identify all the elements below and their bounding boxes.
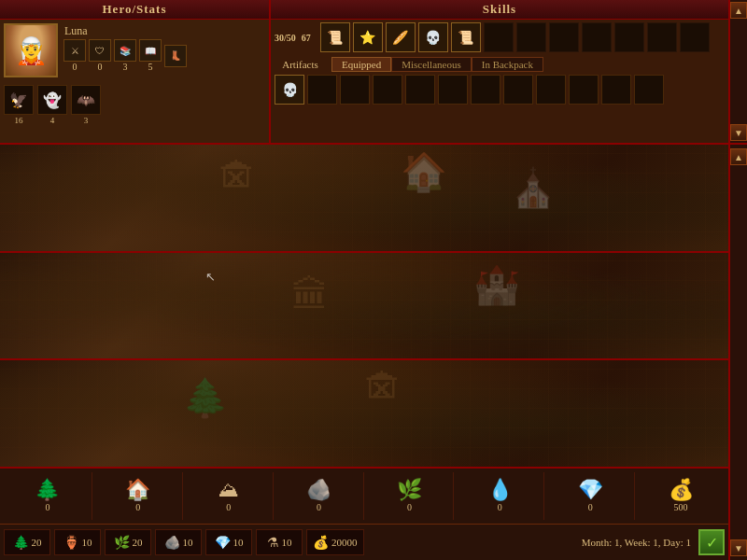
scroll-down-map[interactable]: ▼ [730,539,747,556]
status-gem-icon: ⚗ [267,535,279,551]
map-row-1[interactable]: 🏚 🏠 ⛪ [0,145,728,253]
move-icon: 👢 [164,45,187,67]
knowledge-stat: 📖 5 [139,39,162,72]
artifact-slot-10[interactable] [569,75,599,105]
map-row-2[interactable]: 🏛 🏰 ↖ [0,253,728,361]
artifact-slot-7[interactable] [471,75,500,105]
stat-icon-row: ⚔ 0 🛡 0 📚 3 📖 5 [62,39,265,72]
map-area: 🏚 🏠 ⛪ 🏛 🏰 ↖ 🌲 🏚 [0,145,728,467]
skill-extra-box: 67 [302,33,311,43]
troop-count-1: 16 [15,116,23,125]
resource-herbs: 🌿 0 [366,472,455,520]
skills-icons-area: 📜 ⭐ 🥖 💀 📜 [317,22,713,52]
troop-icon-2: 👻 [37,85,67,115]
scroll-up-map[interactable]: ▲ [730,148,747,165]
resource-rock: 🪨 0 [275,472,364,520]
defense-val: 0 [89,62,111,72]
skill-extra-val: 67 [302,33,311,43]
status-herbs: 🌿 20 [105,529,151,555]
skill-empty-7 [680,22,710,52]
skills-count-row: 30/50 67 📜 ⭐ 🥖 💀 📜 [271,20,728,53]
skill-empty-1 [484,22,514,52]
hero-face: 🧝 [6,25,56,76]
troop-slot-1[interactable]: 🦅 16 [4,85,34,125]
skill-slot-4[interactable]: 💀 [418,22,448,52]
hero-stats-area: Luna ⚔ 0 🛡 0 📚 3 [62,23,265,72]
artifact-slot-5[interactable] [405,75,435,105]
herbs-icon: 🌿 [397,480,422,500]
artifact-slot-2[interactable] [307,75,337,105]
resource-water: 💧 0 [456,472,544,520]
scroll-down-top[interactable]: ▼ [730,124,747,141]
artifacts-slots: 💀 [275,75,725,105]
date-display: Month: 1, Week: 1, Day: 1 [368,537,696,548]
troop-icon-3: 🦇 [71,85,101,115]
resource-house: 🏠 0 [94,472,183,520]
tab-miscellaneous[interactable]: Miscellaneous [391,57,472,72]
status-wood-icon: 🌲 [13,535,29,551]
bottom-section: 🌲 0 🏠 0 ⛰ 0 🪨 0 [0,467,728,560]
house-icon: 🏠 [125,480,150,500]
confirm-button[interactable]: ✓ [698,529,725,555]
rock-count: 0 [317,502,321,512]
tab-in-backpack[interactable]: In Backpack [472,57,543,72]
skill-empty-2 [516,22,546,52]
right-scrollbar-map: ▲ ▼ [728,145,747,560]
status-rock2: 🪨 10 [155,529,202,555]
left-content: 🏚 🏠 ⛪ 🏛 🏰 ↖ 🌲 🏚 [0,145,728,560]
main-container: Hero/Stats 🧝 Luna ⚔ 0 🛡 0 [0,0,747,560]
scroll-up-top[interactable]: ▲ [730,2,747,19]
tab-equipped[interactable]: Equipped [331,57,391,72]
hero-portrait[interactable]: 🧝 [4,23,58,77]
skill-empty-3 [549,22,579,52]
resource-stone: ⛰ 0 [185,472,274,520]
artifact-slot-11[interactable] [601,75,631,105]
troop-slot-3[interactable]: 🦇 3 [71,85,101,125]
skill-slot-5[interactable]: 📜 [451,22,481,52]
artifacts-section: Artifacts Equipped Miscellaneous In Back… [271,53,728,108]
artifact-slot-3[interactable] [340,75,370,105]
gold-icon: 💰 [669,480,694,500]
status-wood: 🌲 20 [4,529,50,555]
stone-count: 0 [226,502,231,512]
troop-count-2: 4 [50,116,55,125]
status-crystal2-icon: 💎 [215,535,231,551]
skill-empty-4 [582,22,612,52]
status-bar: 🌲 20 🏺 10 🌿 20 🪨 10 [0,525,728,560]
status-rock2-val: 10 [183,537,193,548]
artifact-slot-6[interactable] [438,75,468,105]
wood-icon: 🌲 [35,480,60,500]
status-crystal2-val: 10 [233,537,244,548]
status-gem: ⚗ 10 [256,529,303,555]
skill-empty-5 [614,22,644,52]
skill-slot-1[interactable]: 📜 [320,22,350,52]
artifact-slot-12[interactable] [634,75,664,105]
status-crystal2: 💎 10 [205,529,252,555]
herbs-count: 0 [407,502,412,512]
resource-gold: 💰 500 [637,472,725,520]
map-overlay-2 [0,253,728,359]
artifact-slot-1[interactable]: 💀 [275,75,304,105]
map-deco-3: ⛪ [510,166,557,210]
skills-panel: Skills 30/50 67 📜 ⭐ 🥖 💀 📜 [271,0,728,143]
power-icon: 📚 [114,39,136,62]
map-deco-4: 🏛 [291,273,329,317]
troop-slot-2[interactable]: 👻 4 [37,85,67,125]
status-herbs-val: 20 [133,537,143,548]
artifact-slot-4[interactable] [373,75,402,105]
power-stat: 📚 3 [114,39,136,72]
map-row-3[interactable]: 🌲 🏚 [0,360,728,467]
artifact-slot-9[interactable] [536,75,566,105]
skill-slot-2[interactable]: ⭐ [353,22,383,52]
artifacts-label: Artifacts [275,59,326,70]
status-ore-icon: 🏺 [63,535,79,551]
map-deco-6: 🌲 [182,376,229,420]
right-scrollbar-top: ▲ ▼ [728,0,747,143]
artifact-slot-8[interactable] [503,75,533,105]
hero-name: Luna [62,23,265,39]
artifacts-tabs: Artifacts Equipped Miscellaneous In Back… [275,57,725,72]
skill-slot-3[interactable]: 🥖 [386,22,416,52]
attack-val: 0 [63,62,86,72]
map-deco-7: 🏚 [364,366,402,410]
defense-stat: 🛡 0 [89,39,111,72]
